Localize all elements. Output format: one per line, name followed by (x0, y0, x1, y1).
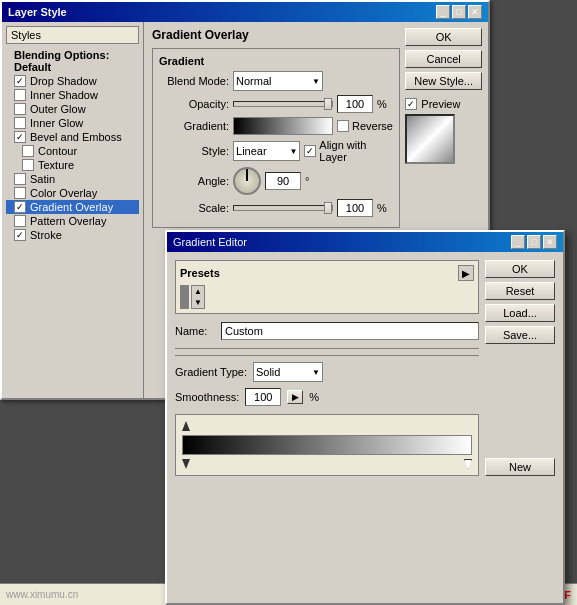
angle-dial[interactable] (233, 167, 261, 195)
sidebar-item-pattern-overlay[interactable]: Pattern Overlay (6, 214, 139, 228)
scroll-down-btn[interactable]: ▼ (193, 297, 203, 308)
stop-bottom-right[interactable] (464, 459, 472, 469)
name-input[interactable] (221, 322, 479, 340)
style-row: Style: Linear ▼ Align with Layer (159, 139, 393, 163)
watermark-left: www.ximumu.cn (6, 589, 78, 600)
ge-ok-button[interactable]: OK (485, 260, 555, 278)
preview-section: Preview (405, 98, 482, 110)
layer-style-titlebar: Layer Style _ □ ✕ (2, 2, 488, 22)
sidebar-item-blending-options[interactable]: Blending Options: Default (6, 48, 139, 74)
ge-minimize-btn[interactable]: _ (511, 235, 525, 249)
smoothness-stepper[interactable]: ▶ (287, 390, 303, 404)
angle-row: Angle: ° (159, 167, 393, 195)
sidebar-item-drop-shadow[interactable]: Drop Shadow (6, 74, 139, 88)
smoothness-label: Smoothness: (175, 391, 239, 403)
outer-glow-checkbox[interactable] (14, 103, 26, 115)
gradient-preview[interactable] (233, 117, 333, 135)
sidebar-item-satin[interactable]: Satin (6, 172, 139, 186)
action-buttons: OK Cancel New Style... Preview (405, 28, 482, 164)
opacity-slider[interactable] (233, 101, 333, 107)
gradient-row: Gradient: Reverse (159, 117, 393, 135)
titlebar-controls: _ □ ✕ (436, 5, 482, 19)
ok-button[interactable]: OK (405, 28, 482, 46)
gradient-editor-body: Presets ▶ (167, 252, 563, 484)
ge-load-button[interactable]: Load... (485, 304, 555, 322)
sidebar-item-gradient-overlay[interactable]: Gradient Overlay (6, 200, 139, 214)
reverse-checkbox[interactable] (337, 120, 349, 132)
ge-maximize-btn[interactable]: □ (527, 235, 541, 249)
stop-bottom-left[interactable] (182, 459, 190, 469)
style-dropdown[interactable]: Linear ▼ (233, 141, 300, 161)
sidebar: Styles Blending Options: Default Drop Sh… (2, 22, 144, 398)
opacity-input[interactable] (337, 95, 373, 113)
align-layer-checkbox[interactable] (304, 145, 316, 157)
cancel-button[interactable]: Cancel (405, 50, 482, 68)
sidebar-header: Styles (6, 26, 139, 44)
gradient-section-title: Gradient (159, 55, 393, 67)
gradient-bar[interactable] (182, 435, 472, 455)
presets-header: Presets ▶ (180, 265, 474, 281)
style-arrow: ▼ (289, 147, 297, 156)
sidebar-item-texture[interactable]: Texture (6, 158, 139, 172)
preview-checkbox[interactable] (405, 98, 417, 110)
sidebar-item-inner-shadow[interactable]: Inner Shadow (6, 88, 139, 102)
ge-reset-button[interactable]: Reset (485, 282, 555, 300)
gradient-editor-window: Gradient Editor _ □ ✕ Presets ▶ (165, 230, 565, 605)
texture-checkbox[interactable] (22, 159, 34, 171)
align-layer-row: Align with Layer (304, 139, 393, 163)
preview-box (405, 114, 455, 164)
gradient-editor-main: Presets ▶ (175, 260, 479, 476)
opacity-label: Opacity: (159, 98, 229, 110)
drop-shadow-checkbox[interactable] (14, 75, 26, 87)
opacity-thumb (324, 98, 332, 110)
maximize-btn[interactable]: □ (452, 5, 466, 19)
blend-mode-dropdown[interactable]: Normal ▼ (233, 71, 323, 91)
inner-glow-checkbox[interactable] (14, 117, 26, 129)
close-btn[interactable]: ✕ (468, 5, 482, 19)
blend-mode-row: Blend Mode: Normal ▼ (159, 71, 393, 91)
sidebar-item-color-overlay[interactable]: Color Overlay (6, 186, 139, 200)
gradient-label: Gradient: (159, 120, 229, 132)
ge-close-btn[interactable]: ✕ (543, 235, 557, 249)
gradient-section-box: Gradient Blend Mode: Normal ▼ Opacity: (152, 48, 400, 228)
gradient-overlay-title: Gradient Overlay (152, 28, 400, 42)
presets-scrollbar[interactable]: ▲ ▼ (191, 285, 205, 309)
new-style-button[interactable]: New Style... (405, 72, 482, 90)
inner-shadow-checkbox[interactable] (14, 89, 26, 101)
bevel-emboss-checkbox[interactable] (14, 131, 26, 143)
minimize-btn[interactable]: _ (436, 5, 450, 19)
presets-wrapper: ▲ ▼ (180, 285, 474, 309)
sidebar-item-inner-glow[interactable]: Inner Glow (6, 116, 139, 130)
stop-top-left[interactable] (182, 421, 190, 431)
smoothness-input[interactable] (245, 388, 281, 406)
name-row: Name: (175, 322, 479, 340)
gradient-type-arrow: ▼ (312, 368, 320, 377)
style-label: Style: (159, 145, 229, 157)
gradient-bar-section (175, 414, 479, 476)
scroll-up-btn[interactable]: ▲ (193, 286, 203, 297)
layer-style-title: Layer Style (8, 6, 67, 18)
satin-checkbox[interactable] (14, 173, 26, 185)
gradient-editor-titlebar: Gradient Editor _ □ ✕ (167, 232, 563, 252)
pattern-overlay-checkbox[interactable] (14, 215, 26, 227)
gradient-type-dropdown[interactable]: Solid ▼ (253, 362, 323, 382)
sidebar-item-outer-glow[interactable]: Outer Glow (6, 102, 139, 116)
presets-expand-btn[interactable]: ▶ (458, 265, 474, 281)
sidebar-item-contour[interactable]: Contour (6, 144, 139, 158)
smoothness-row: Smoothness: ▶ % (175, 388, 479, 406)
ge-save-button[interactable]: Save... (485, 326, 555, 344)
contour-checkbox[interactable] (22, 145, 34, 157)
scale-slider[interactable] (233, 205, 333, 211)
sidebar-item-stroke[interactable]: Stroke (6, 228, 139, 242)
sidebar-item-bevel-emboss[interactable]: Bevel and Emboss (6, 130, 139, 144)
gradient-overlay-checkbox[interactable] (14, 201, 26, 213)
stroke-checkbox[interactable] (14, 229, 26, 241)
angle-input[interactable] (265, 172, 301, 190)
scale-input[interactable] (337, 199, 373, 217)
angle-label: Angle: (159, 175, 229, 187)
ge-titlebar-controls: _ □ ✕ (511, 235, 557, 249)
ge-new-button[interactable]: New (485, 458, 555, 476)
gradient-overlay-panel: Gradient Overlay Gradient Blend Mode: No… (152, 28, 400, 228)
name-label: Name: (175, 325, 215, 337)
color-overlay-checkbox[interactable] (14, 187, 26, 199)
